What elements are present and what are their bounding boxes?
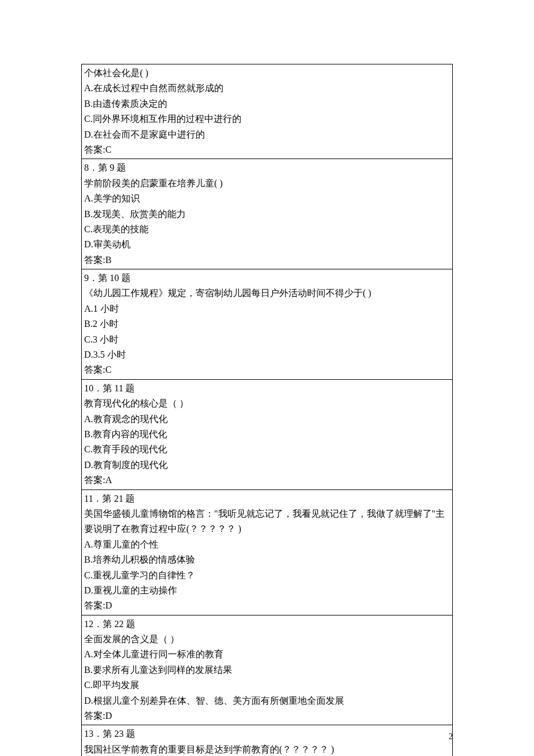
table-row: 13．第 23 题 我国社区学前教育的重要目标是达到学前教育的(？？？？？ ): [82, 725, 453, 756]
text-line: D.在社会而不是家庭中进行的: [84, 127, 450, 142]
text-line: D.根据儿童个别差异在体、智、德、美方面有所侧重地全面发展: [84, 693, 450, 708]
text-line: 个体社会化是( ): [84, 66, 450, 81]
cell: 13．第 23 题 我国社区学前教育的重要目标是达到学前教育的(？？？？？ ): [82, 725, 453, 756]
text-line: 12．第 22 题: [84, 617, 450, 632]
table-row: 8．第 9 题 学前阶段美的启蒙重在培养儿童( ) A.美学的知识 B.发现美、…: [82, 159, 453, 269]
text-line: B.教育内容的现代化: [84, 427, 450, 442]
text-line: D.教育制度的现代化: [84, 458, 450, 473]
text-line: 我国社区学前教育的重要目标是达到学前教育的(？？？？？ ): [84, 742, 450, 756]
text-line: D.重视儿童的主动操作: [84, 583, 450, 598]
cell: 个体社会化是( ) A.在成长过程中自然而然就形成的 B.由遗传素质决定的 C.…: [82, 64, 453, 159]
cell: 12．第 22 题 全面发展的含义是（ ） A.对全体儿童进行同一标准的教育 B…: [82, 615, 453, 725]
table-body: 个体社会化是( ) A.在成长过程中自然而然就形成的 B.由遗传素质决定的 C.…: [82, 64, 453, 757]
text-line: 答案:C: [84, 362, 450, 377]
text-line: D.审美动机: [84, 237, 450, 252]
text-line: C.重视儿童学习的自律性？: [84, 568, 450, 583]
cell: 11．第 21 题 美国华盛顿儿童博物馆的格言："我听见就忘记了，我看见就记住了…: [82, 489, 453, 615]
document-table: 个体社会化是( ) A.在成长过程中自然而然就形成的 B.由遗传素质决定的 C.…: [81, 64, 453, 756]
table-row: 10．第 11 题 教育现代化的核心是（ ） A.教育观念的现代化 B.教育内容…: [82, 379, 453, 489]
text-line: C.表现美的技能: [84, 222, 450, 237]
page-number: 2: [449, 732, 453, 741]
text-line: A.1 小时: [84, 301, 450, 316]
text-line: 《幼儿园工作规程》规定，寄宿制幼儿园每日户外活动时间不得少于( ): [84, 286, 450, 301]
text-line: A.美学的知识: [84, 191, 450, 206]
text-line: A.在成长过程中自然而然就形成的: [84, 81, 450, 96]
table-row: 9．第 10 题 《幼儿园工作规程》规定，寄宿制幼儿园每日户外活动时间不得少于(…: [82, 269, 453, 380]
cell: 10．第 11 题 教育现代化的核心是（ ） A.教育观念的现代化 B.教育内容…: [82, 379, 453, 489]
text-line: 11．第 21 题: [84, 491, 450, 506]
text-line: B.发现美、欣赏美的能力: [84, 207, 450, 222]
table-row: 11．第 21 题 美国华盛顿儿童博物馆的格言："我听见就忘记了，我看见就记住了…: [82, 489, 453, 615]
text-line: 13．第 23 题: [84, 726, 450, 741]
text-line: 答案:B: [84, 253, 450, 268]
text-line: 9．第 10 题: [84, 271, 450, 286]
text-line: C.3 小时: [84, 332, 450, 347]
text-line: B.由遗传素质决定的: [84, 96, 450, 111]
text-line: 10．第 11 题: [84, 381, 450, 396]
text-line: 8．第 9 题: [84, 160, 450, 175]
text-line: C.教育手段的现代化: [84, 442, 450, 457]
page: 个体社会化是( ) A.在成长过程中自然而然就形成的 B.由遗传素质决定的 C.…: [0, 0, 534, 756]
cell: 9．第 10 题 《幼儿园工作规程》规定，寄宿制幼儿园每日户外活动时间不得少于(…: [82, 269, 453, 380]
text-line: A.教育观念的现代化: [84, 412, 450, 427]
text-line: 教育现代化的核心是（ ）: [84, 396, 450, 411]
text-line: 答案:D: [84, 708, 450, 723]
cell: 8．第 9 题 学前阶段美的启蒙重在培养儿童( ) A.美学的知识 B.发现美、…: [82, 159, 453, 269]
text-line: 学前阶段美的启蒙重在培养儿童( ): [84, 176, 450, 191]
text-line: C.同外界环境相互作用的过程中进行的: [84, 111, 450, 127]
text-line: 答案:A: [84, 473, 450, 488]
text-line: B.2 小时: [84, 316, 450, 332]
text-line: A.尊重儿童的个性: [84, 537, 450, 552]
text-line: 答案:C: [84, 142, 450, 157]
text-line: A.对全体儿童进行同一标准的教育: [84, 647, 450, 662]
text-line: 美国华盛顿儿童博物馆的格言："我听见就忘记了，我看见就记住了，我做了就理解了"主…: [84, 506, 450, 537]
text-line: D.3.5 小时: [84, 347, 450, 362]
table-row: 个体社会化是( ) A.在成长过程中自然而然就形成的 B.由遗传素质决定的 C.…: [82, 64, 453, 159]
text-line: C.即平均发展: [84, 678, 450, 693]
text-line: 答案:D: [84, 598, 450, 613]
table-row: 12．第 22 题 全面发展的含义是（ ） A.对全体儿童进行同一标准的教育 B…: [82, 615, 453, 725]
text-line: 全面发展的含义是（ ）: [84, 632, 450, 647]
text-line: B.要求所有儿童达到同样的发展结果: [84, 663, 450, 678]
text-line: B.培养幼儿积极的情感体验: [84, 552, 450, 567]
